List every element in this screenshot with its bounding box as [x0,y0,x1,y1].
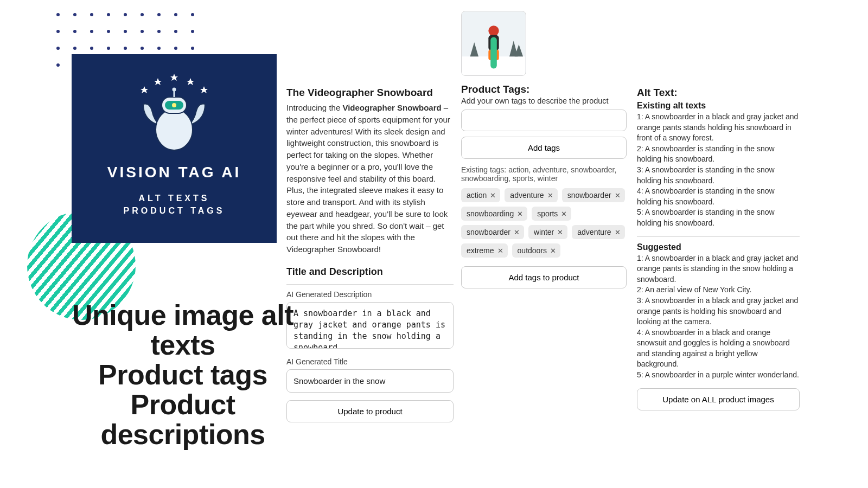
svg-rect-19 [490,37,497,68]
svg-marker-1 [154,78,162,85]
svg-point-8 [172,103,176,107]
tag-chip-label: winter [534,228,554,236]
tag-chip: snowboarding✕ [461,207,527,221]
ai-description-field[interactable]: A snowboarder in a black and gray jacket… [286,302,454,349]
remove-tag-icon[interactable]: ✕ [490,192,496,199]
tag-chip-label: sports [537,209,558,218]
tag-chip: adventure✕ [505,188,557,202]
ai-title-label: AI Generated Title [286,357,454,366]
tag-chip-label: snowboarder [467,228,510,236]
brand-subtitle: ALT TEXTS PRODUCT TAGS [124,192,225,217]
robot-icon [128,73,220,154]
product-thumbnail [461,11,526,76]
remove-tag-icon[interactable]: ✕ [514,229,520,236]
divider [637,236,800,237]
tag-chip-label: adventure [577,228,611,236]
remove-tag-icon[interactable]: ✕ [557,229,563,236]
alt-text-heading: Alt Text: [637,87,800,99]
svg-marker-3 [187,78,194,85]
remove-tag-icon[interactable]: ✕ [615,229,621,236]
tag-chip-label: extreme [467,246,494,255]
hero-headline: Unique image alt texts Product tags Prod… [61,300,305,450]
tag-chip: outdoors✕ [512,243,560,258]
tag-chip: action✕ [461,188,500,202]
product-tags-heading: Product Tags: [461,84,627,95]
existing-alt-heading: Existing alt texts [637,101,800,111]
ai-description-label: AI Generated Description [286,290,454,299]
remove-tag-icon[interactable]: ✕ [497,247,503,254]
remove-tag-icon[interactable]: ✕ [550,247,556,254]
remove-tag-icon[interactable]: ✕ [615,192,621,199]
tags-helper-text: Add your own tags to describe the produc… [461,97,627,105]
add-tags-to-product-button[interactable]: Add tags to product [461,266,627,288]
svg-marker-2 [170,74,178,81]
remove-tag-icon[interactable]: ✕ [547,192,553,199]
tag-chip-label: action [467,191,487,200]
remove-tag-icon[interactable]: ✕ [561,210,567,217]
tag-chip-label: snowboarding [467,209,514,218]
tag-chip: winter✕ [528,225,567,239]
svg-marker-0 [141,86,148,93]
existing-alt-list: 1: A snowboarder in a black and gray jac… [637,112,800,229]
update-to-product-button[interactable]: Update to product [286,400,454,422]
svg-point-10 [173,88,176,92]
tag-chip-label: snowboarder [567,191,611,200]
suggested-alt-list: 1: A snowboarder in a black and gray jac… [637,253,800,381]
existing-tags-text: Existing tags: action, adventure, snowbo… [461,165,627,183]
update-all-images-button[interactable]: Update on ALL product images [637,388,800,410]
tag-chip: snowboarder✕ [461,225,524,239]
svg-marker-4 [200,86,208,93]
tag-chip: snowboarder✕ [562,188,625,202]
brand-title: VISION TAG AI [107,164,241,181]
suggested-alt-heading: Suggested [637,242,800,252]
svg-point-5 [156,109,193,150]
remove-tag-icon[interactable]: ✕ [517,210,523,217]
divider [286,284,454,285]
brand-card: VISION TAG AI ALT TEXTS PRODUCT TAGS [72,54,277,243]
tag-chip-label: outdoors [518,246,547,255]
ai-title-field[interactable] [286,369,454,393]
tag-chip-label: adventure [510,191,544,200]
tag-chip: extreme✕ [461,243,508,258]
tag-chip: sports✕ [532,207,571,221]
svg-point-16 [488,25,499,36]
add-tags-input[interactable] [461,110,627,131]
tag-chip: adventure✕ [572,225,624,239]
product-title: The Videographer Snowboard [286,87,454,99]
title-and-description-heading: Title and Description [286,266,454,278]
product-description: Introducing the Videographer Snowboard –… [286,102,454,255]
tag-chip-row: action✕adventure✕snowboarder✕snowboardin… [461,188,627,258]
add-tags-button[interactable]: Add tags [461,137,627,159]
